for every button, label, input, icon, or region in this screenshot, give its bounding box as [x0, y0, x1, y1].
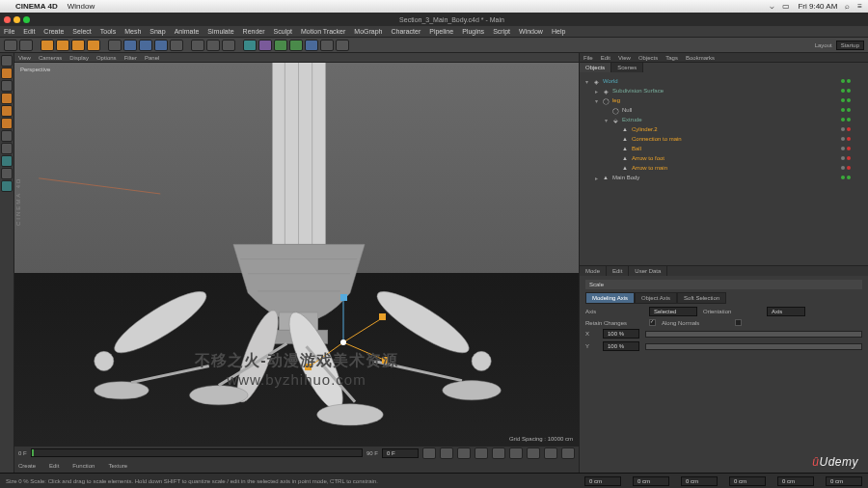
visibility-dots[interactable] — [841, 89, 868, 93]
menu-file[interactable]: File — [4, 28, 14, 35]
play-button[interactable] — [457, 447, 471, 459]
om-menu-view[interactable]: View — [618, 55, 631, 61]
om-menu-tags[interactable]: Tags — [665, 55, 678, 61]
render-view-button[interactable] — [191, 40, 204, 51]
spline-button[interactable] — [258, 40, 272, 51]
object-manager[interactable]: ▾◈World▸◈Subdivision Surface▾◯leg◯Null▾⬙… — [580, 72, 868, 265]
menu-edit[interactable]: Edit — [23, 28, 35, 35]
snap-button[interactable] — [1, 155, 13, 167]
menu-render[interactable]: Render — [243, 28, 265, 35]
orientation-select[interactable]: Axis — [767, 307, 805, 316]
coord-z[interactable]: 0 cm — [681, 476, 718, 486]
menu-window[interactable]: Window — [519, 28, 543, 35]
material-tab-function[interactable]: Function — [72, 463, 95, 469]
clock[interactable]: Fri 9:40 AM — [798, 2, 837, 11]
redo-button[interactable] — [19, 40, 33, 51]
size-x[interactable]: 0 cm — [729, 476, 766, 486]
vpmenu-view[interactable]: View — [18, 55, 31, 61]
menu-select[interactable]: Select — [72, 28, 91, 35]
om-menu-objects[interactable]: Objects — [638, 55, 658, 61]
search-icon[interactable]: ⌕ — [845, 2, 850, 11]
material-tab-edit[interactable]: Edit — [49, 463, 59, 469]
om-item-cylinder-2[interactable]: ▲Cylinder.2 — [580, 124, 868, 134]
om-item-arrow-to-main[interactable]: ▲Arrow to main — [580, 163, 868, 173]
point-mode-button[interactable] — [1, 93, 13, 104]
workplane-button[interactable] — [1, 143, 13, 154]
z-axis-button[interactable] — [154, 40, 168, 51]
rotate-tool[interactable] — [87, 40, 100, 51]
om-item-extrude[interactable]: ▾⬙Extrude — [580, 115, 868, 124]
menu-help[interactable]: Help — [552, 28, 565, 35]
twisty-icon[interactable]: ▾ — [593, 97, 599, 104]
object-name[interactable]: Arrow to main — [632, 165, 838, 171]
timeline-track[interactable] — [31, 448, 363, 457]
scale-tool[interactable] — [71, 40, 85, 51]
vpmenu-panel[interactable]: Panel — [145, 55, 159, 61]
camera-button[interactable] — [320, 40, 334, 51]
visibility-dots[interactable] — [841, 147, 868, 150]
next-frame-button[interactable] — [475, 447, 488, 459]
object-name[interactable]: Connection to main — [632, 136, 838, 142]
locked-button[interactable] — [1, 168, 13, 179]
visibility-dots[interactable] — [841, 176, 868, 179]
texture-mode-button[interactable] — [1, 130, 13, 142]
poly-mode-button[interactable] — [1, 118, 13, 129]
om-item-leg[interactable]: ▾◯leg — [580, 95, 868, 105]
autokey-button[interactable] — [527, 447, 540, 459]
make-editable-button[interactable] — [1, 55, 13, 67]
twisty-icon[interactable]: ▸ — [593, 175, 599, 181]
attr-subtab-modeling-axis[interactable]: Modeling Axis — [585, 292, 635, 304]
object-name[interactable]: Ball — [632, 146, 838, 151]
snap3d-button[interactable] — [1, 180, 13, 192]
y-field[interactable]: 100 % — [603, 341, 639, 351]
vpmenu-options[interactable]: Options — [96, 55, 117, 61]
om-item-main-body[interactable]: ▸▲Main Body — [580, 173, 868, 182]
key-rot-button[interactable] — [561, 447, 575, 459]
close-icon[interactable] — [4, 16, 11, 23]
om-item-subdivision-surface[interactable]: ▸◈Subdivision Surface — [580, 86, 868, 95]
material-tab-create[interactable]: Create — [18, 463, 36, 469]
twisty-icon[interactable]: ▾ — [583, 78, 589, 85]
om-tab-objects[interactable]: Objects — [580, 63, 611, 72]
go-end-button[interactable] — [492, 447, 505, 459]
zoom-icon[interactable] — [23, 16, 30, 23]
current-frame-field[interactable]: 0 F — [382, 448, 419, 458]
visibility-dots[interactable] — [841, 118, 868, 122]
twisty-icon[interactable]: ▸ — [593, 88, 599, 95]
primitive-button[interactable] — [243, 40, 257, 51]
toggle-button[interactable] — [108, 40, 122, 51]
coord-y[interactable]: 0 cm — [633, 476, 669, 486]
om-item-null[interactable]: ◯Null — [580, 105, 868, 115]
object-name[interactable]: World — [603, 78, 838, 84]
y-axis-button[interactable] — [139, 40, 152, 51]
menu-plugins[interactable]: Plugins — [462, 28, 484, 35]
deformer-button[interactable] — [289, 40, 303, 51]
render-settings-button[interactable] — [222, 40, 235, 51]
visibility-dots[interactable] — [841, 137, 868, 141]
visibility-dots[interactable] — [841, 156, 868, 160]
menu-mograph[interactable]: MoGraph — [354, 28, 382, 35]
app-name[interactable]: CINEMA 4D — [15, 2, 58, 11]
size-y[interactable]: 0 cm — [777, 476, 814, 486]
menu-sculpt[interactable]: Sculpt — [274, 28, 292, 35]
normals-checkbox[interactable] — [735, 319, 742, 326]
om-item-arrow-to-foot[interactable]: ▲Arrow to foot — [580, 153, 868, 163]
om-tab-scenes[interactable]: Scenes — [611, 63, 643, 72]
environment-button[interactable] — [305, 40, 318, 51]
attr-tab-mode[interactable]: Mode — [580, 266, 607, 276]
object-name[interactable]: Null — [622, 107, 838, 113]
menu-pipeline[interactable]: Pipeline — [429, 28, 453, 35]
menu-animate[interactable]: Animate — [175, 28, 200, 35]
attr-subtab-object-axis[interactable]: Object Axis — [635, 292, 677, 304]
menu-simulate[interactable]: Simulate — [207, 28, 233, 35]
attr-tab-user-data[interactable]: User Data — [629, 266, 667, 276]
object-name[interactable]: Arrow to foot — [632, 155, 838, 161]
vpmenu-cameras[interactable]: Cameras — [39, 55, 62, 61]
move-tool[interactable] — [56, 40, 69, 51]
object-name[interactable]: Subdivision Surface — [612, 88, 838, 94]
wifi-icon[interactable]: ⌵ — [770, 2, 774, 11]
undo-button[interactable] — [4, 40, 17, 51]
mac-menu-window[interactable]: Window — [68, 2, 95, 11]
key-pos-button[interactable] — [544, 447, 557, 459]
menu-tools[interactable]: Tools — [100, 28, 116, 35]
